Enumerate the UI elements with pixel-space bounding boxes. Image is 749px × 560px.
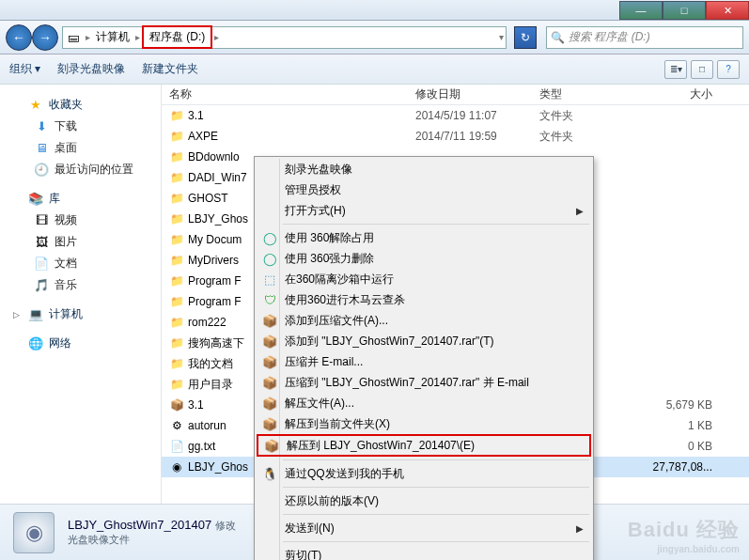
file-icon: 📄 — [169, 439, 184, 454]
file-name: 3.1 — [188, 109, 204, 122]
file-name: LBJY_Ghos — [188, 460, 248, 474]
file-row[interactable]: 📁3.12014/5/19 11:07文件夹 — [162, 105, 749, 126]
file-date: 2014/5/19 11:07 — [408, 109, 532, 122]
search-icon: 🔍 — [551, 31, 565, 44]
menu-item-icon: 📦 — [260, 334, 279, 349]
file-icon: 📁 — [169, 191, 184, 206]
menu-item[interactable]: 管理员授权 — [257, 179, 591, 200]
menu-item[interactable]: 发送到(N)▶ — [257, 518, 591, 538]
menu-item[interactable]: 📦解压文件(A)... — [257, 393, 591, 413]
file-name: rom222 — [188, 316, 226, 329]
menu-item-label: 压缩并 E-mail... — [285, 354, 363, 370]
file-icon: 📁 — [169, 335, 184, 350]
menu-item-label: 剪切(T) — [285, 548, 321, 561]
sidebar-libraries[interactable]: 📚库 — [9, 188, 151, 210]
menu-item[interactable]: 剪切(T) — [257, 545, 591, 560]
file-name: 搜狗高速下 — [188, 335, 244, 351]
sidebar-pictures[interactable]: 🖼图片 — [9, 231, 151, 253]
breadcrumb-drive[interactable]: 程序盘 (D:) — [142, 25, 212, 49]
file-name: gg.txt — [188, 440, 215, 453]
file-name: 3.1 — [188, 398, 204, 412]
new-folder-button[interactable]: 新建文件夹 — [142, 61, 198, 77]
sidebar-videos[interactable]: 🎞视频 — [9, 210, 151, 231]
file-icon: 📁 — [169, 129, 184, 144]
view-mode-button[interactable]: ≣▾ — [664, 60, 687, 79]
file-name: Program F — [188, 274, 242, 288]
forward-button[interactable]: → — [32, 24, 58, 51]
back-button[interactable]: ← — [6, 24, 32, 51]
menu-item[interactable]: 🛡使用360进行木马云查杀 — [257, 289, 591, 310]
menu-separator — [283, 487, 589, 488]
sidebar-recent[interactable]: 🕘最近访问的位置 — [9, 159, 151, 180]
drive-icon: 🖴 — [63, 31, 84, 44]
menu-item-icon: ◯ — [260, 252, 279, 266]
chevron-down-icon[interactable]: ▾ — [497, 32, 506, 42]
sidebar-network[interactable]: 🌐网络 — [9, 333, 151, 354]
menu-item[interactable]: 🐧通过QQ发送到我的手机 — [257, 463, 591, 484]
menu-item[interactable]: 📦添加到 "LBJY_GhostWin7_201407.rar"(T) — [257, 331, 591, 351]
file-icon: 📁 — [169, 273, 184, 288]
search-input[interactable]: 🔍 搜索 程序盘 (D:) — [546, 26, 743, 49]
menu-item[interactable]: 📦解压到当前文件夹(X) — [257, 413, 591, 434]
file-type: 文件夹 — [532, 129, 626, 145]
file-name: 用户目录 — [188, 377, 233, 393]
col-size[interactable]: 大小 — [626, 86, 720, 102]
sidebar-favorites[interactable]: ★收藏夹 — [9, 94, 151, 116]
file-icon: 📁 — [169, 356, 184, 371]
sidebar-computer[interactable]: ▷💻计算机 — [9, 303, 151, 325]
menu-item-label: 使用360进行木马云查杀 — [285, 292, 405, 308]
address-bar[interactable]: 🖴 ▸ 计算机 ▸ 程序盘 (D:) ▸ ▾ — [62, 26, 507, 49]
menu-item[interactable]: ◯使用 360强力删除 — [257, 248, 591, 269]
file-date: 2014/7/11 19:59 — [408, 130, 532, 143]
organize-button[interactable]: 组织 ▾ — [9, 61, 40, 77]
preview-pane-button[interactable]: □ — [691, 60, 713, 79]
menu-item[interactable]: 📦压缩到 "LBJY_GhostWin7_201407.rar" 并 E-mai… — [257, 372, 591, 393]
menu-item[interactable]: 打开方式(H)▶ — [257, 200, 591, 221]
menu-item[interactable]: 📦压缩并 E-mail... — [257, 351, 591, 372]
minimize-button[interactable]: — — [619, 1, 663, 20]
menu-item-label: 在360隔离沙箱中运行 — [285, 272, 394, 288]
menu-item-icon: 📦 — [260, 376, 279, 390]
file-type: 文件夹 — [532, 108, 626, 124]
menu-item-icon: 🛡 — [260, 293, 279, 307]
file-row[interactable]: 📁AXPE2014/7/11 19:59文件夹 — [162, 126, 749, 147]
refresh-button[interactable]: ↻ — [514, 26, 537, 49]
menu-item-icon: 📦 — [262, 439, 281, 453]
menu-item-label: 打开方式(H) — [285, 203, 346, 219]
menu-item[interactable]: ◯使用 360解除占用 — [257, 227, 591, 248]
col-name[interactable]: 名称 — [162, 86, 408, 102]
help-button[interactable]: ? — [717, 60, 740, 79]
file-name: My Docum — [188, 233, 242, 246]
menu-item[interactable]: 📦添加到压缩文件(A)... — [257, 310, 591, 331]
burn-image-button[interactable]: 刻录光盘映像 — [57, 61, 125, 77]
maximize-button[interactable]: □ — [663, 1, 706, 20]
column-headers[interactable]: 名称 修改日期 类型 大小 — [162, 85, 749, 105]
sidebar-desktop[interactable]: 🖥桌面 — [9, 137, 151, 159]
menu-item-icon: ◯ — [260, 231, 279, 245]
star-icon: ★ — [28, 98, 43, 113]
menu-separator — [283, 541, 589, 542]
menu-item[interactable]: 还原以前的版本(V) — [257, 490, 591, 511]
menu-separator — [283, 224, 589, 225]
col-date[interactable]: 修改日期 — [408, 86, 532, 102]
file-name: Program F — [188, 295, 242, 308]
breadcrumb-computer[interactable]: 计算机 — [92, 29, 133, 45]
file-name: MyDrivers — [188, 254, 239, 267]
file-size: 0 KB — [626, 440, 720, 453]
chevron-right-icon: ▸ — [133, 32, 142, 42]
menu-item[interactable]: ⬚在360隔离沙箱中运行 — [257, 269, 591, 289]
sidebar-music[interactable]: 🎵音乐 — [9, 274, 151, 296]
file-icon: 📁 — [169, 170, 184, 185]
sidebar-downloads[interactable]: ⬇下载 — [9, 116, 151, 137]
file-size: 5,679 KB — [626, 398, 720, 412]
close-button[interactable]: ✕ — [706, 1, 749, 20]
sidebar-documents[interactable]: 📄文档 — [9, 253, 151, 274]
menu-item[interactable]: 📦解压到 LBJY_GhostWin7_201407\(E) — [257, 434, 591, 457]
chevron-right-icon: ▶ — [576, 523, 584, 534]
video-icon: 🎞 — [34, 213, 49, 228]
file-name: LBJY_Ghos — [188, 212, 248, 226]
menu-item[interactable]: 刻录光盘映像 — [257, 159, 591, 179]
col-type[interactable]: 类型 — [532, 86, 626, 102]
menu-item-icon: 📦 — [260, 314, 279, 328]
file-name: autorun — [188, 419, 226, 432]
